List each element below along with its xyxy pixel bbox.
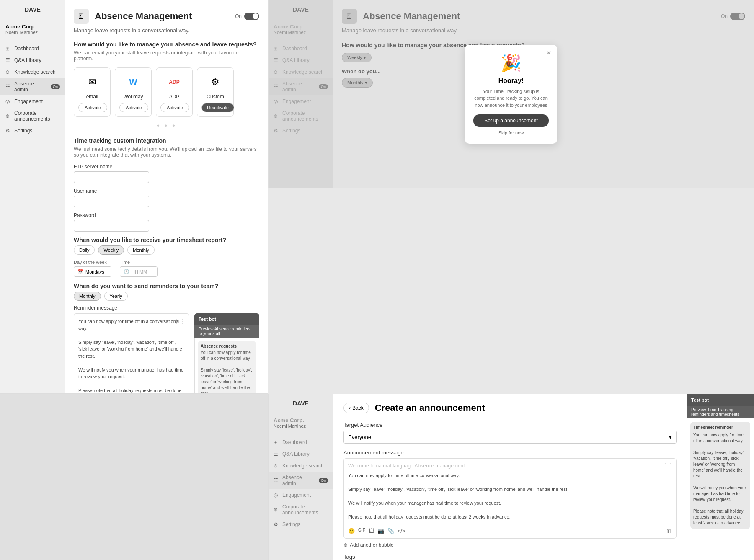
absence-badge: On <box>51 84 60 89</box>
ann-absence-badge: On <box>319 478 328 483</box>
ann-announcements-icon: ⊕ <box>274 507 279 513</box>
announce-add-icon: ⊕ <box>343 542 348 548</box>
day-time-row: Day of the week 📅 Mondays Time 🕐 HH:MM <box>74 260 259 277</box>
sidebar-label-knowledge: Knowledge search <box>14 69 56 75</box>
ftp-group: FTP server name <box>74 164 259 183</box>
message-label: Announcement message <box>343 449 677 456</box>
day-col: Day of the week 📅 Mondays <box>74 260 111 277</box>
ann-sidebar-dashboard[interactable]: ⊞ Dashboard <box>269 436 333 448</box>
chat-body: Absence requests You can now apply for t… <box>194 338 259 393</box>
skip-btn[interactable]: Skip for now <box>473 130 549 135</box>
announce-user-info: Acme Corp. Noemi Martinez <box>269 413 333 433</box>
custom-deactivate-btn[interactable]: Deactivate <box>201 103 234 112</box>
sidebar-label-announcements: Corporate announcements <box>14 110 60 122</box>
sidebar-label-absence: Absence admin <box>14 81 48 93</box>
ann-knowledge-label: Knowledge search <box>282 463 324 469</box>
sidebar-item-knowledge[interactable]: ⊙ Knowledge search <box>0 66 65 78</box>
sidebar-item-engagement[interactable]: ◎ Engagement <box>0 95 65 107</box>
msg-attach-btn[interactable]: 📎 <box>387 528 394 534</box>
ann-absence-label: Absence admin <box>282 475 316 486</box>
audience-label: Target Audience <box>343 422 677 428</box>
sidebar-item-settings[interactable]: ⚙ Settings <box>0 125 65 137</box>
chat-message: You can now apply for time off in a conv… <box>201 350 253 393</box>
card-workday: W Workday Activate <box>115 67 152 117</box>
reminder-yearly[interactable]: Yearly <box>104 292 128 301</box>
settings-icon: ⚙ <box>5 128 11 134</box>
reminder-period-buttons: Monthly Yearly <box>74 292 259 301</box>
period-weekly[interactable]: Weekly <box>98 245 124 255</box>
user-info: Acme Corp. Noemi Martinez <box>0 19 65 39</box>
message-placeholder: Welcome to natural language Absence mana… <box>348 463 672 469</box>
announce-chat-body: Timesheet reminder You can now apply for… <box>687 418 754 560</box>
tags-group: Tags <box>343 554 677 560</box>
back-button[interactable]: ‹ Back <box>343 403 369 413</box>
audience-value: Everyone <box>348 434 371 440</box>
msg-emoji-btn[interactable]: 🙂 <box>348 528 355 534</box>
qa-icon: ☰ <box>5 57 11 63</box>
announce-add-bubble[interactable]: ⊕ Add another bubble <box>343 542 677 548</box>
time-col: Time 🕐 HH:MM <box>120 260 158 277</box>
modal-close-btn[interactable]: ✕ <box>546 49 551 57</box>
msg-code-btn[interactable]: </> <box>398 528 405 534</box>
company-name: Acme Corp. <box>5 23 60 30</box>
msg-image-btn[interactable]: 🖼 <box>369 528 374 534</box>
bubble-text: You can now apply for time off in a conv… <box>693 432 747 526</box>
ftp-label: FTP server name <box>74 164 259 170</box>
announcement-message-box[interactable]: Welcome to natural language Absence mana… <box>343 458 677 539</box>
time-input[interactable]: 🕐 HH:MM <box>120 266 158 277</box>
ann-qa-icon: ☰ <box>274 451 279 457</box>
workday-activate-btn[interactable]: Activate <box>119 103 148 112</box>
message-toolbar: 🙂 GIF 🖼 📷 📎 </> 🗑 <box>348 524 672 534</box>
announce-company: Acme Corp. <box>274 417 328 423</box>
ann-sidebar-absence[interactable]: ☷ Absence admin On <box>269 472 333 489</box>
ann-sidebar-settings[interactable]: ⚙ Settings <box>269 519 333 530</box>
period-monthly[interactable]: Monthly <box>127 245 155 255</box>
ann-engagement-label: Engagement <box>282 492 311 498</box>
modal-illustration: 🎉 <box>473 53 549 73</box>
day-label: Day of the week <box>74 260 111 265</box>
card-custom: ⚙ Custom Deactivate <box>197 67 234 117</box>
sidebar-item-absence[interactable]: ☷ Absence admin On <box>0 78 65 95</box>
bubble-title: Timesheet reminder <box>693 425 747 431</box>
announcements-icon: ⊕ <box>5 113 11 119</box>
reminder-monthly[interactable]: Monthly <box>74 292 101 301</box>
ann-qa-label: Q&A Library <box>282 451 310 457</box>
password-input[interactable] <box>74 220 149 232</box>
sidebar-label-settings: Settings <box>14 128 32 134</box>
sidebar-item-qa[interactable]: ☰ Q&A Library <box>0 54 65 66</box>
modal-overlay: ✕ 🎉 Hooray! Your Time Tracking setup is … <box>269 0 754 188</box>
ftp-input[interactable] <box>74 171 149 183</box>
user-name: Noemi Martinez <box>5 30 60 35</box>
ann-sidebar-qa[interactable]: ☰ Q&A Library <box>269 448 333 460</box>
reminder-message-box: ⋮⋮ You can now apply for time off in a c… <box>74 313 189 393</box>
drag-handle: ⋮⋮ <box>174 317 186 326</box>
announce-chat-subheader: Preview Time Tracking reminders and time… <box>687 406 754 418</box>
sidebar-nav: ⊞ Dashboard ☰ Q&A Library ⊙ Knowledge se… <box>0 39 65 140</box>
msg-gif-btn[interactable]: GIF <box>358 528 365 534</box>
ann-sidebar-announcements[interactable]: ⊕ Corporate announcements <box>269 501 333 519</box>
toggle-switch[interactable] <box>244 13 259 20</box>
custom-card-name: Custom <box>201 94 229 100</box>
report-period-buttons: Daily Weekly Monthly <box>74 245 259 255</box>
app-title: DAVE <box>0 0 65 19</box>
ann-sidebar-knowledge[interactable]: ⊙ Knowledge search <box>269 460 333 472</box>
time-value: HH:MM <box>132 269 147 274</box>
msg-delete-btn[interactable]: 🗑 <box>666 528 672 534</box>
day-input[interactable]: 📅 Mondays <box>74 266 111 277</box>
ann-sidebar-engagement[interactable]: ◎ Engagement <box>269 489 333 501</box>
sidebar-item-announcements[interactable]: ⊕ Corporate announcements <box>0 107 65 125</box>
setup-announcement-btn[interactable]: Set up a announcement <box>473 114 549 127</box>
period-daily[interactable]: Daily <box>74 245 95 255</box>
sidebar-item-dashboard[interactable]: ⊞ Dashboard <box>0 43 65 54</box>
adp-activate-btn[interactable]: Activate <box>160 103 189 112</box>
announce-chat-header: Test bot <box>687 394 754 406</box>
msg-camera-btn[interactable]: 📷 <box>377 528 384 534</box>
email-activate-btn[interactable]: Activate <box>78 103 107 112</box>
reminders-title: When do you want to send reminders to yo… <box>74 283 259 289</box>
day-value: Mondays <box>85 269 104 274</box>
card-email: ✉ email Activate <box>74 67 111 117</box>
ann-absence-icon: ☷ <box>274 477 279 483</box>
audience-group: Target Audience Everyone ▾ <box>343 422 677 444</box>
username-input[interactable] <box>74 196 149 207</box>
audience-select[interactable]: Everyone ▾ <box>343 431 677 444</box>
